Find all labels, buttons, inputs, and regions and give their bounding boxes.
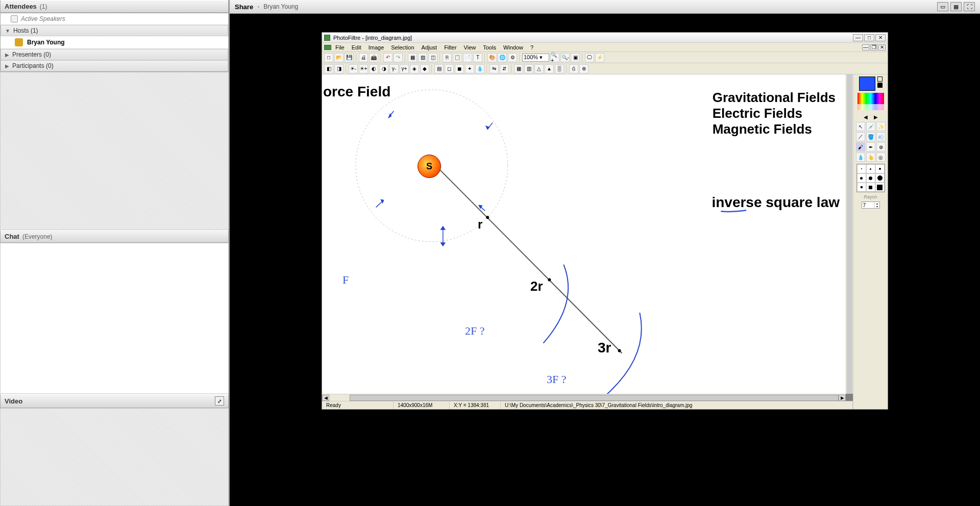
menu-file[interactable]: File [332,44,348,50]
menu-filter[interactable]: Filter [441,44,459,50]
save-icon[interactable]: 💾 [345,53,354,62]
palette-right-arrow[interactable]: ▶ [874,114,878,120]
chat-body[interactable] [0,243,229,394]
scan-icon[interactable]: 📠 [369,53,378,62]
menu-window[interactable]: Window [500,44,526,50]
host-item[interactable]: Bryan Young [1,36,228,49]
blur-icon[interactable]: 💧 [475,64,484,73]
wand-tool-icon[interactable]: ✨ [876,122,886,131]
view-mode-button-1[interactable]: ▭ [937,2,948,11]
menu-adjust[interactable]: Adjust [419,44,440,50]
zoom-fit-icon[interactable]: ▣ [571,53,580,62]
flip-h-icon[interactable]: ⇋ [489,64,499,73]
pf-titlebar[interactable]: PhotoFiltre - [intro_diagram.jpg] — □ ✕ [322,33,888,43]
brush-3[interactable] [875,164,885,173]
advanced-brush-icon[interactable]: ✒ [866,142,875,151]
brightness-minus-icon[interactable]: ☀- [349,64,358,73]
brush-4[interactable] [857,173,866,183]
redo-icon[interactable]: ↷ [394,53,403,62]
doc-restore-button[interactable]: ❐ [870,44,877,50]
doc-close-button[interactable]: ✕ [878,44,886,50]
brush-6[interactable] [875,173,885,183]
presenters-row[interactable]: ▶ Presenters (0) [1,49,228,60]
scroll-left-button[interactable]: ◀ [322,395,329,401]
vertical-scrollbar[interactable] [846,74,853,394]
gamma-minus-icon[interactable]: γ- [389,64,399,73]
automate-icon[interactable]: ⚡ [595,53,604,62]
blur-tool-icon[interactable]: 💧 [856,153,865,162]
fullscreen-button[interactable]: ⛶ [964,2,975,11]
background-color-swatch[interactable] [877,83,883,88]
clipboard-icon[interactable]: 📄 [463,53,472,62]
copy-icon[interactable]: ⎘ [443,53,452,62]
attendees-header[interactable]: Attendees (1) [0,0,229,13]
foreground-color-swatch[interactable] [859,77,875,91]
rayon-down[interactable]: ▾ [874,205,879,208]
print-icon[interactable]: 🖨 [359,53,368,62]
relief-icon[interactable]: ▲ [545,64,554,73]
spray-tool-icon[interactable]: 💨 [876,132,886,141]
contrast-plus-icon[interactable]: ◑ [379,64,388,73]
export-icon[interactable]: ⎙ [569,64,578,73]
smudge-tool-icon[interactable]: 👆 [866,153,875,162]
rayon-input[interactable] [862,203,874,208]
auto-levels-icon[interactable]: ◧ [324,64,333,73]
sepia-icon[interactable]: ◼ [455,64,464,73]
active-speakers-row[interactable]: Active Speakers [1,13,228,25]
browse-icon[interactable]: 🌐 [498,53,507,62]
pointer-tool-icon[interactable]: ↖ [856,122,865,131]
brush-5[interactable] [866,173,875,183]
maximize-button[interactable]: □ [864,34,874,41]
module-icon[interactable]: ▥ [524,64,533,73]
palette-left-arrow[interactable]: ◀ [864,114,868,120]
menu-edit[interactable]: Edit [349,44,364,50]
brush-8[interactable] [866,183,875,192]
chat-header[interactable]: Chat (Everyone) [0,230,229,243]
swap-colors-icon[interactable] [877,77,883,82]
brush-9[interactable] [875,183,885,192]
menu-tools[interactable]: Tools [480,44,499,50]
close-button[interactable]: ✕ [875,34,886,41]
flip-v-icon[interactable]: ⇵ [500,64,509,73]
view-mode-button-2[interactable]: ▦ [950,2,962,11]
zoom-out-icon[interactable]: 🔍- [560,53,570,62]
horizontal-scrollbar[interactable]: ◀ ▶ [322,394,846,401]
saturation-plus-icon[interactable]: ◆ [420,64,429,73]
clone-tool-icon[interactable]: ◎ [876,153,886,162]
dust-icon[interactable]: ✦ [465,64,474,73]
grayscale-icon[interactable]: ◻ [445,64,454,73]
brush-2[interactable] [866,164,875,173]
photomask-icon[interactable]: ▦ [514,64,523,73]
menu-image[interactable]: Image [365,44,387,50]
scroll-right-button[interactable]: ▶ [839,395,846,401]
participants-row[interactable]: ▶ Participants (0) [1,60,228,71]
new-icon[interactable]: □ [324,53,333,62]
transparency-icon[interactable]: ◫ [428,53,437,62]
menu-selection[interactable]: Selection [388,44,417,50]
brightness-plus-icon[interactable]: ☀+ [359,64,368,73]
zoom-in-icon[interactable]: 🔍+ [550,53,559,62]
minimize-button[interactable]: — [853,34,863,41]
brush-1[interactable] [857,164,866,173]
index-icon[interactable]: ▨ [418,53,427,62]
eyedropper-tool-icon[interactable]: 💉 [866,122,875,131]
palette-icon[interactable]: 🎨 [487,53,497,62]
popout-icon[interactable]: ⤢ [215,396,224,406]
rayon-spinbox[interactable]: ▴ ▾ [862,201,880,209]
web-icon[interactable]: ⊕ [579,64,589,73]
color-palette[interactable] [857,93,884,112]
contrast-minus-icon[interactable]: ◐ [369,64,378,73]
line-tool-icon[interactable]: ／ [856,132,865,141]
hosts-row[interactable]: ▼ Hosts (1) [1,25,228,36]
menu-help[interactable]: ? [527,44,536,50]
brush-7[interactable] [857,183,866,192]
fill-tool-icon[interactable]: 🪣 [866,132,875,141]
open-icon[interactable]: 📂 [334,53,344,62]
menu-view[interactable]: View [461,44,479,50]
pf-canvas[interactable]: orce Field Gravitational Fields Electric… [322,74,846,394]
paste-icon[interactable]: 📋 [453,53,462,62]
plugin-icon[interactable]: ⚙ [508,53,517,62]
saturation-minus-icon[interactable]: ◈ [410,64,419,73]
text-icon[interactable]: T [473,53,482,62]
brush-tool-icon[interactable]: 🖌 [856,142,865,151]
